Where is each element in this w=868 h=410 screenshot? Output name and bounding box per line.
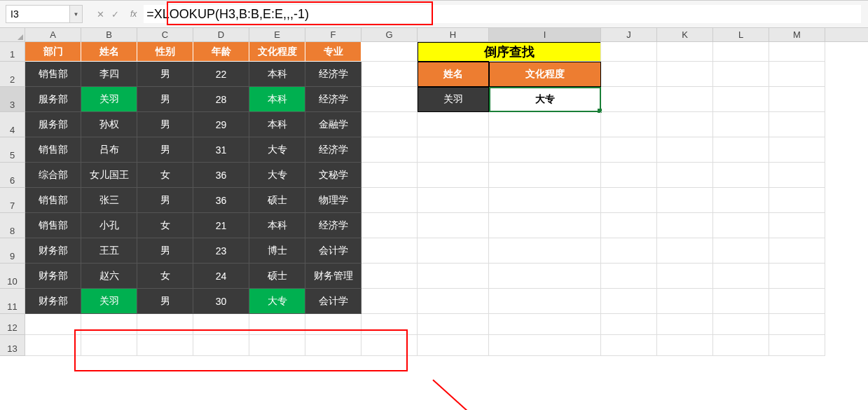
cell-B13[interactable] <box>81 335 137 356</box>
cell-A3[interactable]: 服务部 <box>25 87 81 112</box>
cell-A7[interactable]: 销售部 <box>25 188 81 213</box>
cell-I9[interactable] <box>489 238 601 264</box>
row-header-4[interactable]: 4 <box>0 112 25 137</box>
cell-K13[interactable] <box>657 335 713 356</box>
cell-M5[interactable] <box>769 137 825 163</box>
cell-J3[interactable] <box>601 87 657 112</box>
cell-I12[interactable] <box>489 314 601 335</box>
cell-I8[interactable] <box>489 213 601 238</box>
row-header-6[interactable]: 6 <box>0 163 25 188</box>
cell-M9[interactable] <box>769 238 825 264</box>
formula-input[interactable]: =XLOOKUP(H3,B:B,E:E,,,-1) <box>144 5 861 23</box>
cell-C7[interactable]: 男 <box>137 188 193 213</box>
cell-K8[interactable] <box>657 213 713 238</box>
cell-B6[interactable]: 女儿国王 <box>81 163 137 188</box>
cells-area[interactable]: 部门姓名性别年龄文化程度专业销售部李四男22本科经济学服务部关羽男28本科经济学… <box>25 42 868 356</box>
cell-A4[interactable]: 服务部 <box>25 112 81 137</box>
cell-F9[interactable]: 会计学 <box>305 238 361 264</box>
cell-F8[interactable]: 经济学 <box>305 213 361 238</box>
cell-B9[interactable]: 王五 <box>81 238 137 264</box>
cell-G9[interactable] <box>361 238 418 264</box>
cell-J11[interactable] <box>601 289 657 314</box>
cell-A13[interactable] <box>25 335 81 356</box>
cell-A8[interactable]: 销售部 <box>25 213 81 238</box>
cell-M1[interactable] <box>769 42 825 62</box>
cell-A10[interactable]: 财务部 <box>25 264 81 289</box>
cell-L7[interactable] <box>713 188 769 213</box>
cell-E9[interactable]: 博士 <box>249 238 305 264</box>
cell-F6[interactable]: 文秘学 <box>305 163 361 188</box>
cell-K10[interactable] <box>657 264 713 289</box>
cell-L1[interactable] <box>713 42 769 62</box>
cell-C12[interactable] <box>137 314 193 335</box>
cell-M3[interactable] <box>769 87 825 112</box>
cell-C11[interactable]: 男 <box>137 289 193 314</box>
fx-icon[interactable]: fx <box>130 9 137 19</box>
cell-L2[interactable] <box>713 62 769 87</box>
column-header-I[interactable]: I <box>489 28 601 41</box>
column-header-G[interactable]: G <box>361 28 418 41</box>
cell-D7[interactable]: 36 <box>193 188 249 213</box>
cell-H7[interactable] <box>418 188 489 213</box>
cell-B8[interactable]: 小孔 <box>81 213 137 238</box>
cell-M13[interactable] <box>769 335 825 356</box>
cell-E12[interactable] <box>249 314 305 335</box>
cell-A2[interactable]: 销售部 <box>25 62 81 87</box>
cell-J1[interactable] <box>601 42 657 62</box>
cell-D10[interactable]: 24 <box>193 264 249 289</box>
cell-K1[interactable] <box>657 42 713 62</box>
cell-B3[interactable]: 关羽 <box>81 87 137 112</box>
cell-F7[interactable]: 物理学 <box>305 188 361 213</box>
cell-F4[interactable]: 金融学 <box>305 112 361 137</box>
cell-A5[interactable]: 销售部 <box>25 137 81 163</box>
cell-G6[interactable] <box>361 163 418 188</box>
row-header-1[interactable]: 1 <box>0 42 25 62</box>
cell-G10[interactable] <box>361 264 418 289</box>
cell-F12[interactable] <box>305 314 361 335</box>
row-header-13[interactable]: 13 <box>0 335 25 356</box>
cell-C5[interactable]: 男 <box>137 137 193 163</box>
cell-L3[interactable] <box>713 87 769 112</box>
cell-E7[interactable]: 硕士 <box>249 188 305 213</box>
cell-E8[interactable]: 本科 <box>249 213 305 238</box>
column-header-J[interactable]: J <box>601 28 657 41</box>
column-header-L[interactable]: L <box>713 28 769 41</box>
cell-I5[interactable] <box>489 137 601 163</box>
cell-G11[interactable] <box>361 289 418 314</box>
cell-B1[interactable]: 姓名 <box>81 42 137 62</box>
cell-J9[interactable] <box>601 238 657 264</box>
cell-H3[interactable]: 关羽 <box>418 87 489 112</box>
cell-J13[interactable] <box>601 335 657 356</box>
cell-I11[interactable] <box>489 289 601 314</box>
cell-C10[interactable]: 女 <box>137 264 193 289</box>
cell-L10[interactable] <box>713 264 769 289</box>
cell-J2[interactable] <box>601 62 657 87</box>
cell-C2[interactable]: 男 <box>137 62 193 87</box>
cell-E3[interactable]: 本科 <box>249 87 305 112</box>
cell-K3[interactable] <box>657 87 713 112</box>
column-header-M[interactable]: M <box>769 28 825 41</box>
cell-F1[interactable]: 专业 <box>305 42 361 62</box>
column-header-A[interactable]: A <box>25 28 81 41</box>
cell-B11[interactable]: 关羽 <box>81 289 137 314</box>
cell-E13[interactable] <box>249 335 305 356</box>
cell-L9[interactable] <box>713 238 769 264</box>
cell-A6[interactable]: 综合部 <box>25 163 81 188</box>
cell-F11[interactable]: 会计学 <box>305 289 361 314</box>
cell-B4[interactable]: 孙权 <box>81 112 137 137</box>
cell-D1[interactable]: 年龄 <box>193 42 249 62</box>
confirm-icon[interactable]: ✓ <box>111 9 119 20</box>
cell-C4[interactable]: 男 <box>137 112 193 137</box>
cell-E2[interactable]: 本科 <box>249 62 305 87</box>
cell-L12[interactable] <box>713 314 769 335</box>
name-box-dropdown[interactable]: ▼ <box>70 5 83 23</box>
cell-I3[interactable]: 大专 <box>489 87 601 112</box>
cell-E5[interactable]: 大专 <box>249 137 305 163</box>
cell-K11[interactable] <box>657 289 713 314</box>
cell-G3[interactable] <box>361 87 418 112</box>
cell-H9[interactable] <box>418 238 489 264</box>
cell-D3[interactable]: 28 <box>193 87 249 112</box>
cell-B12[interactable] <box>81 314 137 335</box>
cell-E11[interactable]: 大专 <box>249 289 305 314</box>
cell-G8[interactable] <box>361 213 418 238</box>
